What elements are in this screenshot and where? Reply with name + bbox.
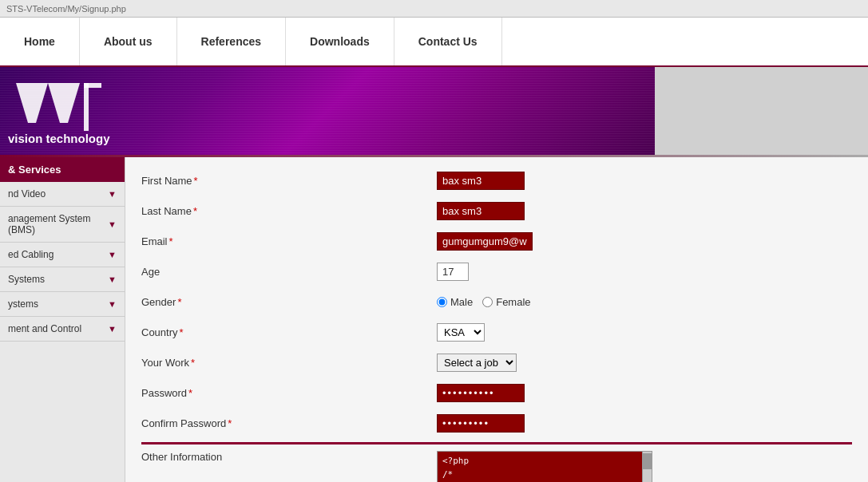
nav-home[interactable]: Home bbox=[0, 18, 80, 65]
scroll-bar[interactable] bbox=[642, 452, 652, 482]
svg-rect-4 bbox=[84, 83, 101, 88]
sidebar-item-systems2[interactable]: ystems ▼ bbox=[0, 292, 125, 317]
sidebar: & Services nd Video ▼ anagement System (… bbox=[0, 157, 125, 482]
email-input[interactable] bbox=[437, 232, 533, 251]
banner-logo bbox=[8, 75, 104, 139]
required-marker: * bbox=[169, 235, 173, 247]
confirm-password-label: Confirm Password* bbox=[141, 417, 437, 429]
scroll-thumb[interactable] bbox=[643, 453, 652, 469]
gender-label: Gender* bbox=[141, 296, 437, 308]
gender-male-label[interactable]: Male bbox=[437, 296, 473, 308]
banner-subtitle: vision technology bbox=[8, 132, 110, 145]
required-marker: * bbox=[228, 417, 232, 429]
arrow-icon: ▼ bbox=[108, 324, 117, 334]
country-row: Country* KSA bbox=[141, 321, 852, 343]
other-info-textarea[interactable]: <?php /* * * c99shell.php v.1.0 * pre-re… bbox=[437, 451, 652, 482]
gender-group: Male Female bbox=[437, 296, 531, 308]
form-divider bbox=[141, 442, 852, 444]
last-name-input[interactable] bbox=[437, 202, 525, 220]
country-label: Country* bbox=[141, 326, 437, 338]
banner: vision technology bbox=[0, 67, 655, 155]
password-row: Password* bbox=[141, 381, 852, 404]
svg-rect-3 bbox=[84, 83, 89, 131]
arrow-icon: ▼ bbox=[108, 219, 117, 229]
last-name-label: Last Name* bbox=[141, 205, 437, 217]
browser-bar: STS-VTelecom/My/Signup.php bbox=[0, 0, 868, 18]
other-info-label: Other Information bbox=[141, 451, 437, 463]
nav-downloads[interactable]: Downloads bbox=[286, 18, 394, 65]
nav-contact[interactable]: Contact Us bbox=[394, 18, 502, 65]
password-input[interactable] bbox=[437, 384, 525, 402]
job-select[interactable]: Select a job bbox=[437, 354, 517, 372]
svg-marker-1 bbox=[16, 83, 48, 123]
arrow-icon: ▼ bbox=[108, 275, 117, 284]
main-container: & Services nd Video ▼ anagement System (… bbox=[0, 157, 868, 482]
first-name-row: First Name* bbox=[141, 169, 852, 192]
sidebar-title: & Services bbox=[0, 157, 125, 182]
sidebar-item-systems1[interactable]: Systems ▼ bbox=[0, 267, 125, 292]
first-name-label: First Name* bbox=[141, 175, 437, 187]
your-work-row: Your Work* Select a job bbox=[141, 351, 852, 373]
email-label: Email* bbox=[141, 235, 437, 247]
arrow-icon: ▼ bbox=[108, 299, 117, 309]
sidebar-item-control[interactable]: ment and Control ▼ bbox=[0, 317, 125, 342]
age-label: Age bbox=[141, 266, 437, 278]
other-info-content: <?php /* * * c99shell.php v.1.0 * pre-re… bbox=[438, 452, 652, 482]
country-select[interactable]: KSA bbox=[437, 323, 485, 342]
age-input[interactable] bbox=[437, 263, 469, 281]
required-marker: * bbox=[193, 205, 197, 217]
arrow-icon: ▼ bbox=[108, 250, 117, 259]
gender-female-label[interactable]: Female bbox=[482, 296, 530, 308]
nav-references[interactable]: References bbox=[177, 18, 287, 65]
confirm-password-input[interactable] bbox=[437, 414, 525, 433]
nav-about[interactable]: About us bbox=[80, 18, 177, 65]
required-marker: * bbox=[177, 296, 181, 308]
sidebar-item-video[interactable]: nd Video ▼ bbox=[0, 182, 125, 207]
svg-marker-2 bbox=[48, 83, 80, 123]
navigation: Home About us References Downloads Conta… bbox=[0, 18, 868, 67]
arrow-icon: ▼ bbox=[108, 189, 117, 199]
form-area: First Name* Last Name* Email* Age bbox=[125, 157, 868, 482]
required-marker: * bbox=[191, 357, 195, 369]
required-marker: * bbox=[180, 326, 184, 338]
age-row: Age bbox=[141, 260, 852, 282]
other-info-row: Other Information <?php /* * * c99shell.… bbox=[141, 451, 852, 482]
gender-female-radio[interactable] bbox=[482, 297, 493, 307]
gender-row: Gender* Male Female bbox=[141, 290, 852, 313]
last-name-row: Last Name* bbox=[141, 200, 852, 222]
email-row: Email* bbox=[141, 230, 852, 252]
sidebar-item-cabling[interactable]: ed Cabling ▼ bbox=[0, 243, 125, 267]
required-marker: * bbox=[188, 387, 192, 399]
gender-male-radio[interactable] bbox=[437, 297, 447, 307]
required-marker: * bbox=[194, 175, 198, 187]
first-name-input[interactable] bbox=[437, 172, 525, 190]
confirm-password-row: Confirm Password* bbox=[141, 412, 852, 434]
password-label: Password* bbox=[141, 387, 437, 399]
your-work-label: Your Work* bbox=[141, 357, 437, 369]
sidebar-item-bms[interactable]: anagement System (BMS) ▼ bbox=[0, 207, 125, 243]
